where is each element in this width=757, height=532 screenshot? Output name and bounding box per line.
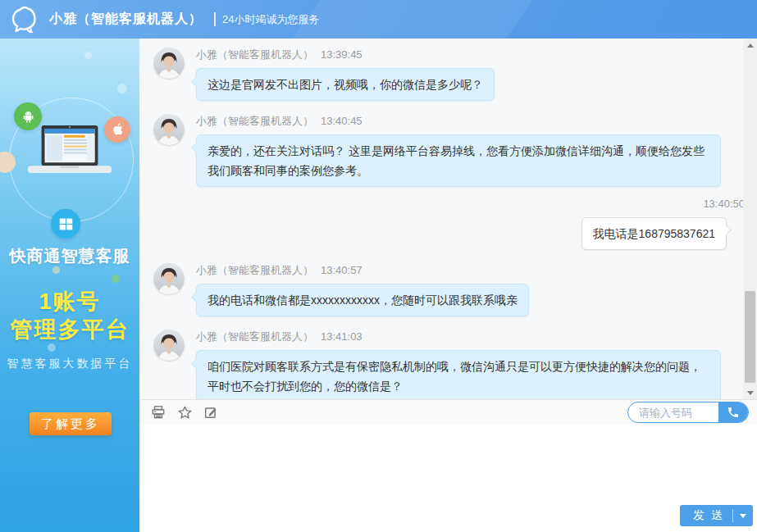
chat-history-area: 小雅（智能客服机器人）13:39:45 这边是官网发不出图片，视频哦，你的微信是… bbox=[141, 39, 757, 399]
send-button-label: 发 送 bbox=[680, 508, 732, 523]
mascot-bubble-logo-icon bbox=[8, 3, 41, 36]
scroll-up-icon bbox=[747, 43, 754, 48]
star-icon bbox=[177, 405, 193, 421]
header-subtitle: 24小时竭诚为您服务 bbox=[222, 12, 319, 27]
decorative-dot bbox=[84, 52, 92, 59]
call-button[interactable] bbox=[718, 402, 748, 422]
edit-note-button[interactable] bbox=[200, 402, 221, 422]
message-input[interactable] bbox=[141, 425, 757, 532]
message-timestamp: 13:39:45 bbox=[321, 48, 363, 61]
composer-area: 发 送 bbox=[141, 425, 757, 532]
message-list: 小雅（智能客服机器人）13:39:45 这边是官网发不出图片，视频哦，你的微信是… bbox=[141, 39, 757, 399]
message-meta: 小雅（智能客服机器人）13:39:45 bbox=[196, 48, 495, 62]
bot-avatar bbox=[153, 330, 185, 361]
message-timestamp: 13:40:45 bbox=[321, 115, 363, 127]
message-text: 亲爱的，还在关注对话吗？ 这里是网络平台容易掉线，您看方便添加微信详细沟通，顺便… bbox=[207, 144, 705, 177]
message-bubble: 亲爱的，还在关注对话吗？ 这里是网络平台容易掉线，您看方便添加微信详细沟通，顺便… bbox=[196, 134, 721, 187]
send-options-button[interactable] bbox=[733, 514, 753, 518]
decorative-dot bbox=[48, 343, 56, 352]
chat-scrollbar[interactable] bbox=[743, 39, 757, 399]
chevron-down-icon bbox=[740, 514, 746, 518]
message-text: 我电话是168795837621 bbox=[593, 227, 715, 240]
sub-slogan: 智慧客服大数据平台 bbox=[0, 357, 139, 371]
decorative-dot bbox=[112, 275, 120, 283]
message-timestamp: 13:40:57 bbox=[321, 264, 363, 276]
message-meta: 小雅（智能客服机器人）13:41:03 bbox=[196, 330, 721, 344]
phone-callback-widget bbox=[627, 402, 749, 423]
laptop-illustration bbox=[21, 125, 118, 182]
message-timestamp: 13:40:50 bbox=[703, 198, 745, 210]
promo-sidebar: 快商通智慧客服 1账号 管理多平台 智慧客服大数据平台 了解更多 bbox=[0, 39, 141, 532]
slogan-line2: 管理多平台 bbox=[0, 315, 139, 344]
scroll-down-icon bbox=[747, 391, 754, 395]
brand-text: 快商通智慧客服 bbox=[0, 245, 139, 267]
message-text: 我的电话和微信都是xxxxxxxxxxxx，您随时可以跟我联系哦亲 bbox=[207, 293, 518, 307]
message-meta: 13:40:50 bbox=[141, 198, 745, 210]
bot-name-label: 小雅（智能客服机器人） bbox=[196, 264, 313, 276]
scroll-up-button[interactable] bbox=[743, 39, 757, 52]
message-body: 小雅（智能客服机器人）13:39:45 这边是官网发不出图片，视频哦，你的微信是… bbox=[196, 45, 495, 101]
slogan-line1: 1账号 bbox=[0, 287, 139, 316]
page-title: 小雅（智能客服机器人） bbox=[49, 11, 203, 28]
favorite-button[interactable] bbox=[174, 402, 195, 422]
decorative-dot bbox=[117, 84, 127, 93]
message-meta: 小雅（智能客服机器人）13:40:57 bbox=[196, 263, 529, 278]
message-body: 小雅（智能客服机器人）13:40:57 我的电话和微信都是xxxxxxxxxxx… bbox=[196, 261, 529, 316]
header: 小雅（智能客服机器人） 24小时竭诚为您服务 bbox=[0, 0, 757, 39]
message-text: 这边是官网发不出图片，视频哦，你的微信是多少呢？ bbox=[207, 78, 483, 91]
bot-message: 小雅（智能客服机器人）13:40:45 亲爱的，还在关注对话吗？ 这里是网络平台… bbox=[141, 111, 757, 187]
window-body: 快商通智慧客服 1账号 管理多平台 智慧客服大数据平台 了解更多 bbox=[0, 39, 757, 532]
message-bubble: 这边是官网发不出图片，视频哦，你的微信是多少呢？ bbox=[196, 68, 495, 101]
message-bubble: 咱们医院对顾客联系方式是有保密隐私机制的哦，微信沟通只是可以更方便快捷的解决您的… bbox=[196, 350, 721, 399]
bot-message: 小雅（智能客服机器人）13:41:03 咱们医院对顾客联系方式是有保密隐私机制的… bbox=[141, 327, 757, 399]
bot-name-label: 小雅（智能客服机器人） bbox=[196, 115, 313, 127]
main-column: 小雅（智能客服机器人）13:39:45 这边是官网发不出图片，视频哦，你的微信是… bbox=[141, 39, 757, 532]
print-button[interactable] bbox=[148, 402, 169, 422]
header-divider bbox=[214, 12, 216, 26]
user-message: 13:40:50 我电话是168795837621 bbox=[141, 198, 757, 250]
bot-name-label: 小雅（智能客服机器人） bbox=[196, 48, 313, 61]
message-meta: 小雅（智能客服机器人）13:40:45 bbox=[196, 114, 721, 129]
scroll-down-button[interactable] bbox=[743, 386, 757, 399]
chat-window: 小雅（智能客服机器人） 24小时竭诚为您服务 bbox=[0, 0, 757, 532]
message-text: 咱们医院对顾客联系方式是有保密隐私机制的哦，微信沟通只是可以更方便快捷的解决您的… bbox=[207, 360, 701, 393]
windows-icon bbox=[51, 209, 80, 239]
decorative-dot bbox=[52, 266, 60, 274]
bot-avatar bbox=[153, 48, 185, 79]
bot-message: 小雅（智能客服机器人）13:40:57 我的电话和微信都是xxxxxxxxxxx… bbox=[141, 261, 757, 316]
send-button[interactable]: 发 送 bbox=[680, 505, 753, 526]
bot-message: 小雅（智能客服机器人）13:39:45 这边是官网发不出图片，视频哦，你的微信是… bbox=[141, 45, 757, 101]
phone-number-input[interactable] bbox=[628, 402, 718, 422]
learn-more-button[interactable]: 了解更多 bbox=[30, 412, 112, 435]
bot-avatar bbox=[153, 263, 185, 294]
message-body: 小雅（智能客服机器人）13:41:03 咱们医院对顾客联系方式是有保密隐私机制的… bbox=[196, 327, 721, 399]
bot-name-label: 小雅（智能客服机器人） bbox=[196, 330, 313, 343]
bot-avatar bbox=[153, 114, 185, 145]
scrollbar-thumb[interactable] bbox=[745, 291, 755, 383]
message-bubble: 我电话是168795837621 bbox=[581, 217, 727, 250]
message-timestamp: 13:41:03 bbox=[321, 330, 363, 343]
message-bubble: 我的电话和微信都是xxxxxxxxxxxx，您随时可以跟我联系哦亲 bbox=[196, 284, 529, 316]
phone-icon bbox=[727, 406, 740, 419]
composer-toolbar bbox=[141, 399, 757, 425]
printer-icon bbox=[151, 405, 166, 420]
message-body: 小雅（智能客服机器人）13:40:45 亲爱的，还在关注对话吗？ 这里是网络平台… bbox=[196, 111, 721, 187]
edit-icon bbox=[203, 405, 218, 420]
